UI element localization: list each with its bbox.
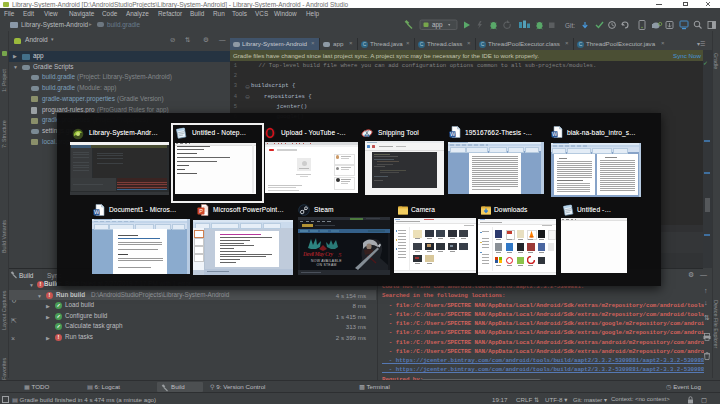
svg-text:P: P xyxy=(199,208,203,214)
svg-text:W: W xyxy=(449,131,455,137)
svg-text:W: W xyxy=(93,209,99,215)
svg-text:W: W xyxy=(551,131,557,137)
svg-text:ON STEAM: ON STEAM xyxy=(317,263,337,267)
svg-text:Devil May Cry: Devil May Cry xyxy=(302,251,333,257)
svg-text:5: 5 xyxy=(338,251,342,259)
